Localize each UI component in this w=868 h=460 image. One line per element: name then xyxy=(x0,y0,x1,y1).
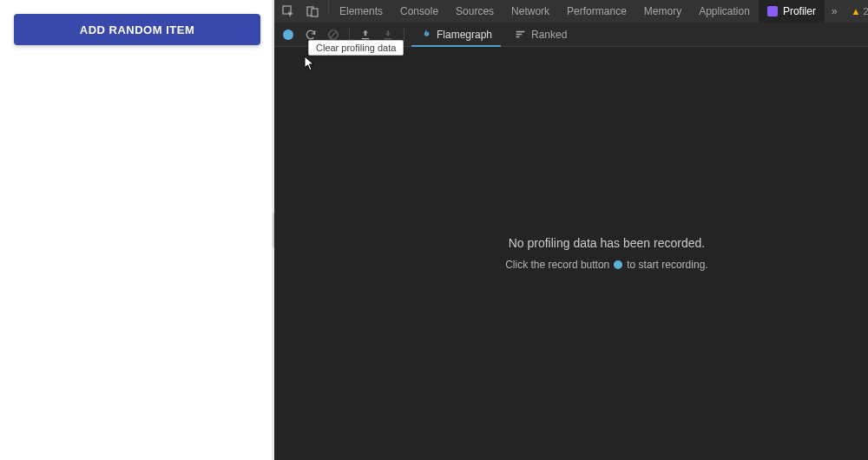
ranked-icon xyxy=(515,29,526,40)
empty-message-line2: Click the record button to start recordi… xyxy=(505,259,707,271)
empty-message-line1: No profiling data has been recorded. xyxy=(509,236,705,250)
divider xyxy=(328,0,329,14)
tab-console[interactable]: Console xyxy=(391,0,447,23)
empty-line2-pre: Click the record button xyxy=(505,259,609,271)
tabs-overflow-button[interactable]: » xyxy=(825,0,845,23)
profiler-empty-state: No profiling data has been recorded. Cli… xyxy=(274,47,868,460)
divider xyxy=(404,28,404,42)
tab-network[interactable]: Network xyxy=(503,0,558,23)
device-toolbar-icon[interactable] xyxy=(304,3,321,20)
ranked-label: Ranked xyxy=(531,29,567,41)
tab-memory[interactable]: Memory xyxy=(635,0,690,23)
tab-profiler-label: Profiler xyxy=(783,5,816,17)
app-left-pane: ADD RANDOM ITEM xyxy=(0,0,273,460)
add-random-item-button[interactable]: ADD RANDOM ITEM xyxy=(14,14,260,45)
flamegraph-label: Flamegraph xyxy=(437,29,492,41)
tab-profiler[interactable]: Profiler xyxy=(759,0,825,23)
view-tab-ranked[interactable]: Ranked xyxy=(506,23,575,46)
tab-application[interactable]: Application xyxy=(690,0,759,23)
warnings-count: 2 xyxy=(863,6,868,16)
tab-performance[interactable]: Performance xyxy=(558,0,635,23)
record-dot-inline-icon xyxy=(614,260,622,269)
warning-icon: ▲ xyxy=(852,6,861,16)
tooltip-clear-profiling: Clear profiling data xyxy=(308,40,404,56)
flame-icon xyxy=(420,29,431,40)
tab-elements[interactable]: Elements xyxy=(331,0,391,23)
svg-line-4 xyxy=(330,30,337,37)
record-dot-icon xyxy=(283,30,293,40)
svg-rect-6 xyxy=(516,34,523,36)
devtools-panel: Elements Console Sources Network Perform… xyxy=(274,0,868,460)
profiler-tab-icon xyxy=(767,6,778,16)
svg-rect-7 xyxy=(516,36,520,38)
empty-line2-post: to start recording. xyxy=(627,259,707,271)
tab-sources[interactable]: Sources xyxy=(447,0,503,23)
record-button[interactable] xyxy=(279,26,297,43)
view-tab-flamegraph[interactable]: Flamegraph xyxy=(411,23,501,46)
inspect-element-icon[interactable] xyxy=(279,3,297,20)
warnings-chip[interactable]: ▲ 2 xyxy=(852,6,868,16)
svg-rect-2 xyxy=(312,9,318,16)
svg-rect-5 xyxy=(516,31,525,33)
devtools-tabstrip: Elements Console Sources Network Perform… xyxy=(274,0,868,23)
